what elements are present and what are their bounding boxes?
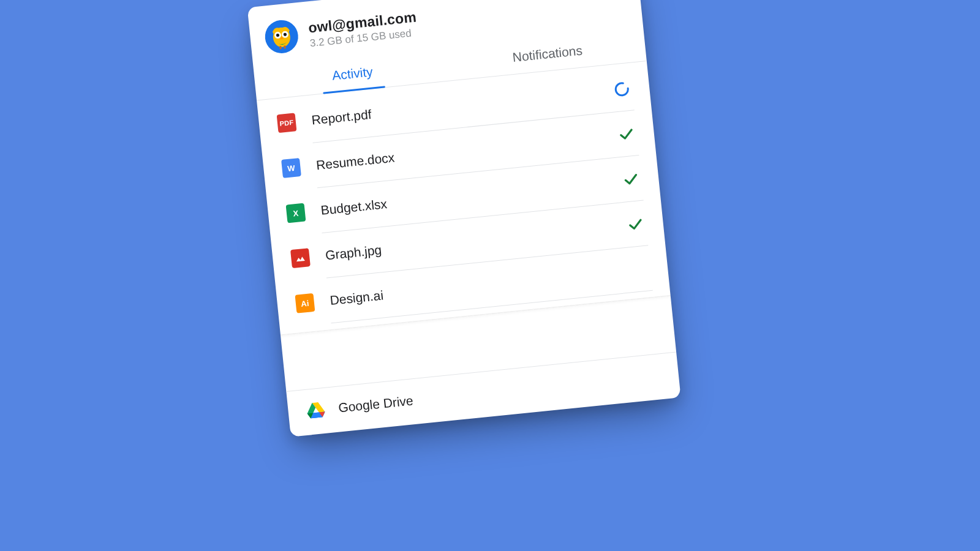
image-file-icon (290, 248, 311, 268)
activity-list: PDF Report.pdf W Resume.docx (257, 61, 671, 335)
illustrator-file-icon: Ai (295, 293, 315, 313)
account-avatar[interactable] (263, 18, 300, 54)
file-status-none (630, 259, 650, 279)
svg-rect-5 (279, 46, 281, 49)
checkmark-icon (626, 215, 645, 234)
google-drive-logo-icon (306, 402, 325, 419)
file-status-done (616, 124, 636, 144)
file-status-done (625, 214, 646, 234)
checkmark-icon (622, 170, 641, 189)
file-status-uploading (612, 79, 632, 99)
drive-activity-card: owl@gmail.com 3.2 GB of 15 GB used Activ… (247, 0, 681, 437)
pdf-file-icon: PDF (277, 113, 297, 133)
owl-icon (268, 23, 296, 51)
footer-label: Google Drive (337, 393, 413, 415)
account-info: owl@gmail.com 3.2 GB of 15 GB used (307, 9, 418, 50)
svg-rect-6 (284, 45, 285, 48)
file-status-done (621, 169, 641, 189)
loading-spinner-icon (612, 80, 631, 99)
svg-rect-8 (293, 252, 307, 265)
excel-file-icon: X (286, 203, 306, 223)
checkmark-icon (617, 124, 636, 143)
word-file-icon: W (281, 158, 301, 178)
image-glyph-icon (293, 252, 307, 265)
